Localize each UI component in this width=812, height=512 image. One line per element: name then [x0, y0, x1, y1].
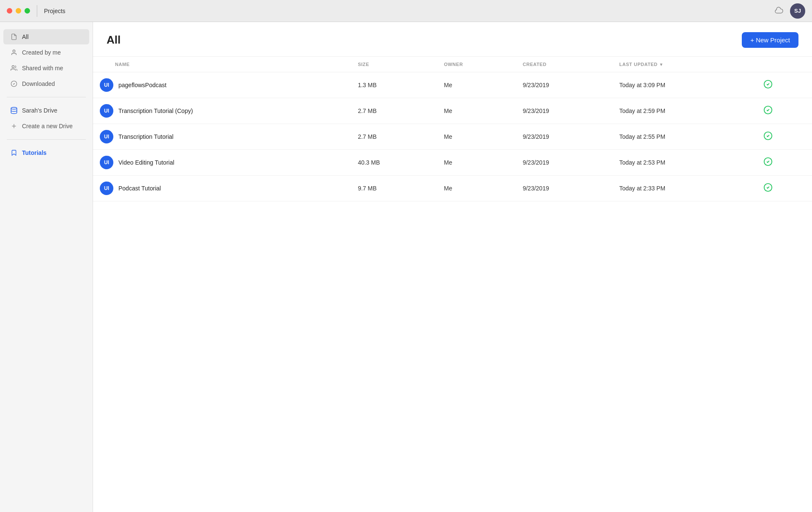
- shared-icon: [10, 64, 18, 72]
- sidebar-item-create-drive[interactable]: Create a new Drive: [3, 118, 89, 134]
- projects-table: NAME SIZE OWNER CREATED LAST UPDATED: [93, 57, 812, 201]
- sidebar-item-sarahs-drive[interactable]: Sarah's Drive: [3, 103, 89, 118]
- cell-created-3: 9/23/2019: [516, 150, 612, 176]
- app-container: All Created by me: [0, 22, 812, 512]
- cell-created-4: 9/23/2019: [516, 176, 612, 201]
- cell-last-updated-1: Today at 2:59 PM: [612, 98, 757, 124]
- project-icon-4: UI: [100, 182, 113, 195]
- content-header: All + New Project: [93, 22, 812, 57]
- cell-size-0: 1.3 MB: [351, 72, 437, 98]
- synced-icon-0: [763, 81, 773, 91]
- close-button[interactable]: [7, 8, 12, 14]
- table-header: NAME SIZE OWNER CREATED LAST UPDATED: [93, 57, 812, 72]
- sidebar-divider-2: [7, 139, 86, 140]
- user-file-icon: [10, 49, 18, 56]
- cell-last-updated-4: Today at 2:33 PM: [612, 176, 757, 201]
- synced-icon-2: [763, 133, 773, 142]
- col-header-size: SIZE: [351, 57, 437, 72]
- cell-owner-1: Me: [437, 98, 516, 124]
- sidebar-item-shared-with-me[interactable]: Shared with me: [3, 61, 89, 76]
- cell-owner-0: Me: [437, 72, 516, 98]
- main-content: All + New Project NAME SIZE OWNER: [93, 22, 812, 512]
- project-icon-3: UI: [100, 156, 113, 169]
- plus-icon: [10, 122, 18, 130]
- sidebar-item-tutorials[interactable]: Tutorials: [3, 145, 89, 160]
- create-drive-label: Create a new Drive: [22, 123, 73, 129]
- cell-name-4: UI Podcast Tutorial: [93, 176, 351, 201]
- cell-size-2: 2.7 MB: [351, 124, 437, 150]
- col-header-owner: OWNER: [437, 57, 516, 72]
- cell-name-2: UI Transcription Tutorial: [93, 124, 351, 150]
- file-icon: [10, 33, 18, 41]
- cell-owner-3: Me: [437, 150, 516, 176]
- sidebar-divider-1: [7, 97, 86, 97]
- sidebar-item-created-by-me[interactable]: Created by me: [3, 45, 89, 60]
- project-icon-2: UI: [100, 130, 113, 143]
- project-icon-1: UI: [100, 104, 113, 118]
- page-title: All: [107, 33, 121, 47]
- sidebar-item-downloaded[interactable]: Downloaded: [3, 76, 89, 91]
- sidebar-downloaded-label: Downloaded: [22, 80, 55, 87]
- cell-last-updated-0: Today at 3:09 PM: [612, 72, 757, 98]
- cloud-icon[interactable]: [774, 5, 784, 17]
- cell-size-3: 40.3 MB: [351, 150, 437, 176]
- cell-name-1: UI Transcription Tutorial (Copy): [93, 98, 351, 124]
- table-row[interactable]: UI Podcast Tutorial 9.7 MB Me 9/23/2019 …: [93, 176, 812, 201]
- table-row[interactable]: UI pageflowsPodcast 1.3 MB Me 9/23/2019 …: [93, 72, 812, 98]
- minimize-button[interactable]: [16, 8, 21, 14]
- sidebar-item-all[interactable]: All: [3, 29, 89, 44]
- cell-created-2: 9/23/2019: [516, 124, 612, 150]
- synced-icon-1: [763, 107, 773, 116]
- projects-table-container: NAME SIZE OWNER CREATED LAST UPDATED: [93, 57, 812, 512]
- col-header-status: [757, 57, 812, 72]
- cell-last-updated-3: Today at 2:53 PM: [612, 150, 757, 176]
- table-row[interactable]: UI Transcription Tutorial (Copy) 2.7 MB …: [93, 98, 812, 124]
- titlebar-title: Projects: [44, 8, 66, 14]
- project-name-3: Video Editing Tutorial: [118, 159, 174, 166]
- titlebar-divider: [37, 5, 37, 17]
- cell-size-4: 9.7 MB: [351, 176, 437, 201]
- project-icon-0: UI: [100, 78, 113, 92]
- cell-status-3: [757, 150, 812, 176]
- cell-name-0: UI pageflowsPodcast: [93, 72, 351, 98]
- titlebar: Projects SJ: [0, 0, 812, 22]
- cell-status-1: [757, 98, 812, 124]
- col-header-last-updated: LAST UPDATED ▼: [612, 57, 757, 72]
- traffic-lights: [7, 8, 30, 14]
- cell-status-2: [757, 124, 812, 150]
- drive-icon: [10, 107, 18, 114]
- sarahs-drive-label: Sarah's Drive: [22, 107, 58, 114]
- bookmark-icon: [10, 149, 18, 157]
- cell-status-0: [757, 72, 812, 98]
- new-project-button[interactable]: + New Project: [742, 32, 798, 48]
- svg-point-1: [12, 66, 14, 68]
- cell-last-updated-2: Today at 2:55 PM: [612, 124, 757, 150]
- sidebar-created-label: Created by me: [22, 49, 61, 56]
- svg-point-3: [11, 107, 17, 110]
- sidebar-drive-section: Sarah's Drive Create a new Drive: [0, 101, 93, 136]
- col-header-created: CREATED: [516, 57, 612, 72]
- sort-arrow-icon: ▼: [659, 62, 663, 67]
- col-header-name: NAME: [93, 57, 351, 72]
- avatar[interactable]: SJ: [790, 3, 805, 19]
- cell-status-4: [757, 176, 812, 201]
- table-body: UI pageflowsPodcast 1.3 MB Me 9/23/2019 …: [93, 72, 812, 201]
- project-name-2: Transcription Tutorial: [118, 133, 173, 140]
- sidebar-shared-label: Shared with me: [22, 65, 63, 72]
- table-row[interactable]: UI Video Editing Tutorial 40.3 MB Me 9/2…: [93, 150, 812, 176]
- cell-name-3: UI Video Editing Tutorial: [93, 150, 351, 176]
- cell-size-1: 2.7 MB: [351, 98, 437, 124]
- maximize-button[interactable]: [25, 8, 30, 14]
- table-row[interactable]: UI Transcription Tutorial 2.7 MB Me 9/23…: [93, 124, 812, 150]
- project-name-1: Transcription Tutorial (Copy): [118, 107, 193, 114]
- project-name-4: Podcast Tutorial: [118, 185, 161, 192]
- project-name-0: pageflowsPodcast: [118, 82, 167, 88]
- svg-point-0: [13, 50, 15, 52]
- cell-owner-2: Me: [437, 124, 516, 150]
- tutorials-label: Tutorials: [22, 149, 47, 156]
- titlebar-actions: SJ: [774, 3, 805, 19]
- sidebar: All Created by me: [0, 22, 93, 512]
- sidebar-pinned-section: Tutorials: [0, 143, 93, 162]
- cell-created-0: 9/23/2019: [516, 72, 612, 98]
- check-circle-icon: [10, 80, 18, 88]
